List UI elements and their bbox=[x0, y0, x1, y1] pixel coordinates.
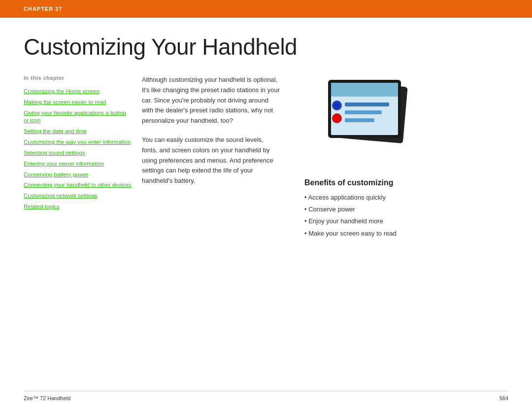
main-columns: In this chapter Customizing the Home scr… bbox=[24, 75, 508, 386]
svg-point-10 bbox=[334, 115, 340, 121]
footer-brand: Zire™ 72 Handheld bbox=[24, 395, 70, 401]
toc-link-date-time[interactable]: Setting the date and time bbox=[24, 128, 132, 135]
footer-page-number: 564 bbox=[499, 395, 508, 401]
intro-paragraph-1: Although customizing your handheld is op… bbox=[142, 75, 280, 126]
benefits-title: Benefits of customizing bbox=[304, 178, 397, 187]
left-column-toc: In this chapter Customizing the Home scr… bbox=[24, 75, 132, 386]
toc-link-enter-info[interactable]: Customizing the way you enter informatio… bbox=[24, 138, 132, 146]
svg-point-8 bbox=[334, 103, 340, 108]
svg-rect-4 bbox=[345, 103, 389, 106]
benefit-item-1: Access applications quickly bbox=[304, 193, 397, 202]
toc-link-related[interactable]: Related topics bbox=[24, 203, 132, 210]
chapter-header-bar: CHAPTER 27 bbox=[0, 0, 532, 18]
benefits-section: Benefits of customizing Access applicati… bbox=[304, 178, 397, 241]
benefit-item-4: Make your screen easy to read bbox=[304, 229, 397, 238]
page-title: Customizing Your Handheld bbox=[24, 34, 508, 60]
chapter-label: CHAPTER 27 bbox=[24, 6, 62, 12]
toc-link-connect[interactable]: Connecting your handheld to other device… bbox=[24, 181, 132, 189]
toc-link-owner-info[interactable]: Entering your owner information bbox=[24, 160, 132, 168]
toc-link-network[interactable]: Customizing network settings bbox=[24, 192, 132, 200]
intro-paragraph-2: You can easily customize the sound level… bbox=[142, 135, 280, 186]
toc-link-screen-easier[interactable]: Making the screen easier to read bbox=[24, 99, 132, 106]
toc-link-sound[interactable]: Selecting sound settings bbox=[24, 149, 132, 157]
toc-link-battery[interactable]: Conserving battery power bbox=[24, 171, 132, 178]
toc-link-home-screen[interactable]: Customizing the Home screen bbox=[24, 88, 132, 95]
benefit-item-3: Enjoy your handheld more bbox=[304, 217, 397, 226]
in-this-chapter-label: In this chapter bbox=[24, 75, 132, 81]
svg-rect-6 bbox=[345, 118, 374, 122]
svg-rect-3 bbox=[331, 83, 398, 97]
page-footer: Zire™ 72 Handheld 564 bbox=[24, 391, 508, 401]
svg-rect-5 bbox=[345, 110, 382, 114]
right-column: Benefits of customizing Access applicati… bbox=[290, 75, 508, 386]
middle-column-text: Although customizing your handheld is op… bbox=[142, 75, 280, 386]
benefits-list: Access applications quickly Conserve pow… bbox=[304, 193, 397, 238]
device-illustration bbox=[319, 75, 418, 169]
benefit-item-2: Conserve power bbox=[304, 205, 397, 214]
toc-link-favorite-apps[interactable]: Giving your favorite applications a butt… bbox=[24, 109, 132, 124]
page-content: Customizing Your Handheld In this chapte… bbox=[0, 18, 532, 411]
